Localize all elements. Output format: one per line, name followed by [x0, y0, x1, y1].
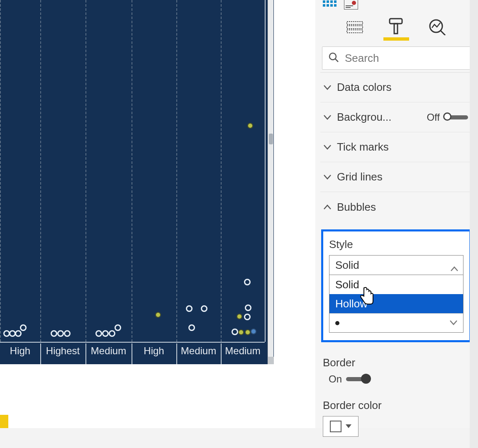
- svg-rect-12: [347, 22, 363, 24]
- chart-scrollbar[interactable]: [268, 0, 273, 364]
- plot-right-edge: [265, 0, 266, 342]
- analytics-tab-icon[interactable]: [428, 17, 447, 37]
- style-dropdown-value: Solid: [335, 259, 359, 272]
- section-bubbles[interactable]: Bubbles: [320, 192, 472, 222]
- svg-rect-15: [390, 19, 402, 24]
- chevron-up-icon: [451, 261, 458, 274]
- chevron-down-icon: [323, 113, 332, 122]
- data-point[interactable]: [15, 330, 22, 337]
- data-point[interactable]: [237, 314, 242, 319]
- section-label: Backgrou...: [337, 111, 422, 124]
- canvas-padding: [290, 0, 315, 428]
- toggle-state-label: On: [329, 373, 342, 385]
- bubbles-style-group: Style Solid Solid Hollow: [321, 229, 471, 342]
- fields-tab-icon[interactable]: [345, 17, 364, 37]
- format-search-input[interactable]: [345, 52, 464, 65]
- border-label: Border: [323, 356, 472, 369]
- viz-type-r-icon[interactable]: [343, 0, 359, 9]
- search-icon: [328, 52, 339, 64]
- style-dropdown-list: Solid Hollow: [329, 275, 463, 333]
- data-point[interactable]: [201, 305, 207, 312]
- style-option-solid[interactable]: Solid: [329, 275, 463, 294]
- data-point[interactable]: [51, 330, 57, 337]
- format-tab-icon[interactable]: [387, 17, 406, 37]
- data-point[interactable]: [251, 329, 256, 334]
- gridline: [0, 0, 1, 342]
- svg-rect-8: [344, 0, 358, 10]
- scatter-chart[interactable]: High Highest Medium High Medium Medium: [0, 0, 274, 364]
- svg-line-18: [440, 30, 445, 35]
- section-data-colors[interactable]: Data colors: [320, 73, 472, 102]
- data-point[interactable]: [244, 279, 251, 285]
- svg-rect-16: [394, 24, 398, 34]
- data-point[interactable]: [155, 312, 161, 318]
- chevron-down-icon: [323, 143, 332, 152]
- svg-rect-6: [330, 4, 333, 7]
- visualizations-format-pane: Data colors Backgrou... Off Tick marks G…: [315, 0, 478, 428]
- data-point[interactable]: [238, 329, 244, 335]
- svg-rect-14: [347, 30, 363, 33]
- section-label: Tick marks: [337, 141, 468, 153]
- gridline: [40, 0, 41, 342]
- chart-scrollbar-thumb[interactable]: [269, 134, 273, 144]
- section-label: Bubbles: [337, 201, 468, 214]
- svg-rect-10: [346, 5, 353, 6]
- svg-rect-0: [323, 0, 325, 3]
- svg-rect-3: [334, 0, 337, 3]
- data-point[interactable]: [102, 330, 109, 337]
- active-tab-indicator: [383, 37, 409, 41]
- data-point[interactable]: [245, 329, 251, 335]
- data-point[interactable]: [186, 305, 193, 312]
- style-dropdown-footer[interactable]: [329, 313, 463, 332]
- chevron-down-icon: [450, 319, 457, 327]
- gridline: [221, 0, 222, 342]
- data-point[interactable]: [57, 330, 64, 337]
- data-point[interactable]: [64, 330, 71, 337]
- data-point[interactable]: [232, 329, 238, 335]
- window-scrollbar[interactable]: [470, 0, 478, 448]
- data-point[interactable]: [109, 330, 115, 337]
- color-swatch: [330, 421, 341, 432]
- x-axis-label: Highest: [40, 345, 85, 357]
- data-point[interactable]: [244, 314, 251, 320]
- section-tick-marks[interactable]: Tick marks: [320, 132, 472, 162]
- format-search[interactable]: [322, 46, 471, 70]
- data-point[interactable]: [115, 324, 121, 331]
- svg-rect-2: [330, 0, 333, 3]
- border-color-label: Border color: [323, 399, 472, 412]
- svg-point-19: [329, 53, 336, 60]
- section-background[interactable]: Backgrou... Off: [320, 102, 472, 132]
- viz-type-matrix-icon[interactable]: [322, 0, 339, 9]
- x-axis-label: Medium: [221, 345, 265, 357]
- svg-marker-21: [346, 424, 351, 428]
- section-grid-lines[interactable]: Grid lines: [320, 162, 472, 192]
- chevron-down-icon: [323, 173, 332, 182]
- border-color-picker[interactable]: [323, 416, 358, 437]
- x-axis-label: Medium: [176, 345, 221, 357]
- svg-line-20: [335, 59, 338, 62]
- svg-rect-5: [327, 4, 329, 7]
- style-option-hollow[interactable]: Hollow: [329, 294, 463, 313]
- svg-rect-13: [347, 26, 363, 29]
- x-axis-label: Medium: [85, 345, 132, 357]
- border-toggle[interactable]: On: [329, 373, 370, 385]
- gridline: [176, 0, 177, 342]
- data-point[interactable]: [245, 304, 251, 311]
- page-tab-indicator[interactable]: [0, 415, 8, 428]
- data-point[interactable]: [188, 324, 195, 331]
- background-toggle[interactable]: Off: [427, 112, 468, 123]
- data-point[interactable]: [95, 330, 102, 337]
- report-canvas[interactable]: High Highest Medium High Medium Medium: [0, 0, 290, 428]
- section-label: Grid lines: [337, 170, 468, 183]
- data-point[interactable]: [20, 324, 27, 331]
- chevron-down-icon: [323, 83, 332, 92]
- svg-point-9: [352, 1, 356, 5]
- chevron-up-icon: [323, 202, 332, 212]
- style-label: Style: [329, 238, 463, 251]
- style-dropdown[interactable]: Solid: [329, 255, 463, 275]
- chart-scrollbar-stop: [268, 357, 274, 364]
- gridline: [85, 0, 86, 342]
- x-axis-label: High: [0, 345, 40, 357]
- data-point[interactable]: [247, 123, 253, 129]
- toggle-state-label: Off: [427, 112, 440, 123]
